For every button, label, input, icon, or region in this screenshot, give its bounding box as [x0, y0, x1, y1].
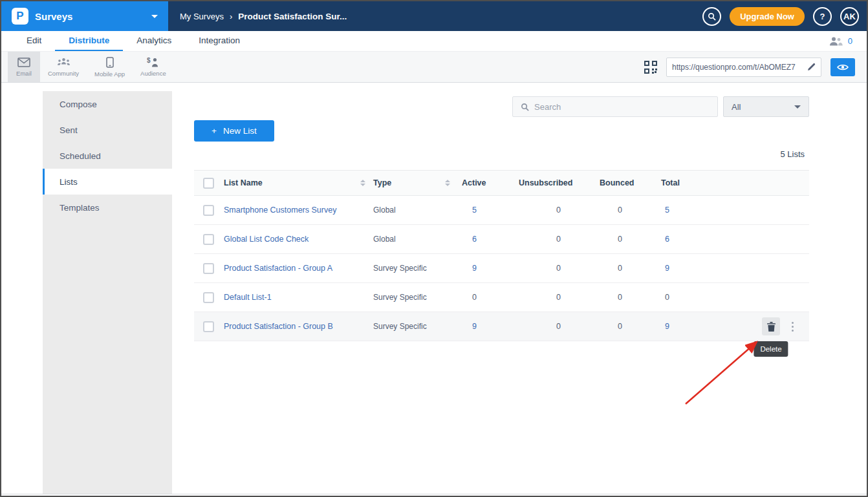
edit-pencil-icon[interactable]	[807, 63, 816, 71]
bounced-count: 0	[600, 264, 622, 273]
list-name-link[interactable]: Product Satisfaction - Group A	[224, 264, 332, 273]
tab-integration[interactable]: Integration	[185, 31, 254, 51]
list-name-link[interactable]: Smartphone Customers Survey	[224, 206, 336, 215]
channel-label: Audience	[140, 70, 166, 77]
product-switcher[interactable]: P Surveys	[1, 1, 168, 31]
unsubscribed-count: 0	[519, 293, 561, 302]
breadcrumb-parent[interactable]: My Surveys	[180, 12, 224, 21]
sidebar-item-templates[interactable]: Templates	[43, 195, 172, 220]
email-sidebar: Compose Sent Scheduled Lists Templates	[43, 91, 172, 494]
channel-community[interactable]: Community	[40, 52, 87, 82]
table-row: Default List-1 Survey Specific 0 0 0 0	[194, 283, 809, 312]
select-all-checkbox[interactable]	[203, 178, 214, 189]
breadcrumb-separator-icon: ›	[230, 12, 232, 21]
share-link-area: https://questionpro.com/t/AbOMEZ7	[644, 52, 860, 82]
sidebar-item-compose[interactable]: Compose	[43, 91, 172, 117]
channel-email[interactable]: Email	[8, 52, 40, 82]
col-type: Type	[373, 178, 391, 187]
search-input[interactable]	[534, 102, 710, 112]
list-type: Survey Specific	[373, 264, 427, 273]
total-count[interactable]: 5	[661, 206, 669, 215]
survey-url-field[interactable]: https://questionpro.com/t/AbOMEZ7	[666, 58, 821, 77]
row-checkbox[interactable]	[203, 263, 214, 274]
survey-url: https://questionpro.com/t/AbOMEZ7	[672, 63, 803, 72]
list-name-link[interactable]: Default List-1	[224, 293, 272, 302]
new-list-label: New List	[223, 126, 257, 136]
bottom-strip	[1, 494, 867, 497]
plus-icon: +	[212, 126, 217, 136]
row-checkbox[interactable]	[203, 205, 214, 216]
main-area: Compose Sent Scheduled Lists Templates A…	[1, 83, 867, 494]
topbar-actions: Upgrade Now ? AK	[702, 7, 867, 26]
list-name-link[interactable]: Global List Code Check	[224, 235, 309, 244]
table-row: Global List Code Check Global 6 0 0 6	[194, 225, 809, 254]
unsubscribed-count: 0	[519, 322, 561, 331]
upgrade-now-button[interactable]: Upgrade Now	[730, 7, 805, 26]
col-total: Total	[661, 178, 713, 187]
row-checkbox[interactable]	[203, 234, 214, 245]
row-menu-button[interactable]	[789, 319, 796, 334]
mobile-icon	[106, 57, 114, 68]
preview-button[interactable]	[830, 58, 855, 76]
list-type: Survey Specific	[373, 322, 427, 331]
tab-edit[interactable]: Edit	[13, 31, 55, 51]
total-count: 0	[661, 293, 669, 302]
list-name-link[interactable]: Product Satisfaction - Group B	[224, 322, 333, 331]
delete-button[interactable]	[762, 317, 780, 335]
new-list-button[interactable]: + New List	[194, 120, 274, 142]
lists-table: List Name Type Active Unsubscribed Bounc…	[194, 170, 809, 341]
filter-dropdown[interactable]: All	[723, 96, 809, 117]
tab-analytics[interactable]: Analytics	[123, 31, 185, 51]
active-count[interactable]: 9	[462, 322, 477, 331]
table-row: Product Satisfaction - Group A Survey Sp…	[194, 254, 809, 283]
active-count[interactable]: 5	[462, 206, 477, 215]
col-unsubscribed: Unsubscribed	[519, 178, 600, 187]
total-count[interactable]: 9	[661, 322, 669, 331]
total-count[interactable]: 6	[661, 235, 669, 244]
eye-icon	[837, 63, 849, 71]
list-type: Global	[373, 206, 396, 215]
search-field[interactable]	[512, 96, 718, 117]
collaborators-count: 0	[848, 36, 852, 46]
app-window: P Surveys My Surveys › Product Satisfact…	[0, 0, 868, 497]
email-icon	[17, 58, 30, 67]
sidebar-item-sent[interactable]: Sent	[43, 117, 172, 143]
total-count[interactable]: 9	[661, 264, 669, 273]
list-controls: All	[194, 96, 809, 117]
delete-tooltip: Delete	[754, 341, 788, 357]
channel-mobile-app[interactable]: Mobile App	[87, 52, 133, 82]
channel-label: Mobile App	[94, 70, 125, 78]
help-button[interactable]: ?	[813, 7, 832, 26]
sidebar-item-scheduled[interactable]: Scheduled	[43, 143, 172, 169]
breadcrumb-current: Product Satisfaction Sur...	[238, 12, 347, 21]
col-active: Active	[462, 178, 519, 187]
breadcrumb: My Surveys › Product Satisfaction Sur...	[180, 12, 347, 21]
unsubscribed-count: 0	[519, 206, 561, 215]
table-header: List Name Type Active Unsubscribed Bounc…	[194, 170, 809, 196]
qr-code-icon[interactable]	[644, 61, 657, 74]
collaborators[interactable]: 0	[829, 31, 867, 51]
list-type: Global	[373, 235, 396, 244]
unsubscribed-count: 0	[519, 235, 561, 244]
row-checkbox[interactable]	[203, 321, 214, 332]
sort-type-icon[interactable]	[445, 180, 450, 186]
topbar: P Surveys My Surveys › Product Satisfact…	[1, 1, 867, 31]
channel-audience[interactable]: $ Audience	[133, 52, 174, 82]
avatar[interactable]: AK	[840, 7, 859, 26]
audience-dollar-icon: $	[147, 57, 160, 67]
table-row: Smartphone Customers Survey Global 5 0 0…	[194, 196, 809, 225]
sort-list-name-icon[interactable]	[360, 180, 365, 186]
active-count[interactable]: 9	[462, 264, 477, 273]
search-button[interactable]	[702, 7, 721, 26]
row-checkbox[interactable]	[203, 292, 214, 303]
active-count[interactable]: 6	[462, 235, 477, 244]
list-type: Survey Specific	[373, 293, 427, 302]
sidebar-item-lists[interactable]: Lists	[43, 169, 172, 195]
distribute-toolbar: Email Community Mobile App $ Audience	[1, 52, 867, 83]
channel-label: Email	[16, 70, 32, 77]
table-row-hovered: Product Satisfaction - Group B Survey Sp…	[194, 312, 809, 341]
search-icon	[708, 12, 716, 21]
tab-distribute[interactable]: Distribute	[55, 31, 123, 51]
search-icon	[521, 103, 529, 111]
svg-text:$: $	[147, 57, 151, 64]
